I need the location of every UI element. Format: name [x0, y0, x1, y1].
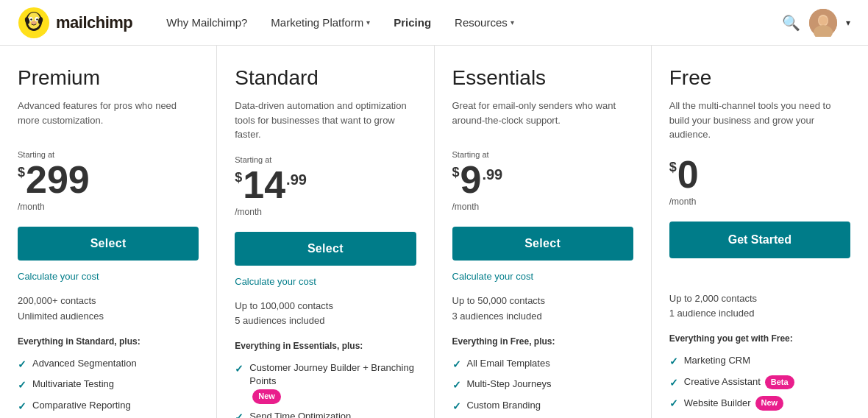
check-icon: ✓: [669, 355, 678, 369]
plan-essentials-contacts: Up to 50,000 contacts 3 audiences includ…: [452, 294, 633, 325]
check-icon: ✓: [669, 376, 678, 391]
list-item: ✓ Marketing CRM: [669, 351, 850, 372]
navbar: mailchimp Why Mailchimp? Marketing Platf…: [0, 0, 868, 46]
plan-premium: Premium Advanced features for pros who n…: [0, 46, 217, 418]
plan-standard-features: ✓ Customer Journey Builder + Branching P…: [235, 358, 416, 418]
feature-text: Multivariate Testing: [32, 378, 114, 391]
plan-free-name: Free: [669, 66, 850, 90]
list-item: ✓ Customer Journey Builder + Branching P…: [235, 358, 416, 407]
mailchimp-logo-icon: [18, 7, 50, 39]
plan-free: Free All the multi-channel tools you nee…: [652, 46, 868, 418]
plan-standard-price: $ 14 .99: [235, 166, 416, 204]
beta-badge: Beta: [765, 375, 794, 389]
plan-essentials-desc: Great for email-only senders who want ar…: [452, 99, 633, 137]
plan-premium-desc: Advanced features for pros who need more…: [18, 99, 199, 137]
list-item: ✓ Creative Assistant Beta: [669, 372, 850, 394]
plan-standard-price-label: Starting at: [235, 155, 416, 164]
plan-premium-period: /month: [18, 202, 199, 212]
list-item: ✓ Multivariate Testing: [18, 375, 199, 396]
account-chevron-icon[interactable]: ▾: [846, 18, 850, 28]
nav-links: Why Mailchimp? Marketing Platform ▾ Pric…: [156, 10, 782, 35]
check-icon: ✓: [18, 400, 26, 414]
plan-essentials-period: /month: [452, 202, 633, 212]
plan-premium-calc-link[interactable]: Calculate your cost: [18, 271, 199, 282]
nav-why-mailchimp[interactable]: Why Mailchimp?: [156, 10, 257, 35]
plan-standard-dollar: $: [235, 170, 242, 185]
new-badge: New: [755, 396, 784, 410]
feature-text: All Email Templates: [467, 357, 550, 370]
plan-free-dollar: $: [669, 160, 677, 175]
user-avatar-icon: [809, 9, 837, 37]
check-icon: ✓: [669, 397, 678, 411]
plan-premium-features-title: Everything in Standard, plus:: [18, 336, 199, 347]
check-icon: ✓: [235, 362, 243, 377]
nav-right: 🔍 ▾: [782, 9, 850, 37]
plan-free-features-title: Everything you get with Free:: [669, 333, 850, 344]
list-item: ✓ Website Builder New: [669, 393, 850, 414]
list-item: ✓ Advanced Segmentation: [18, 354, 199, 375]
check-icon: ✓: [18, 358, 26, 372]
plan-essentials-calc-link[interactable]: Calculate your cost: [452, 271, 633, 282]
nav-marketing-platform[interactable]: Marketing Platform ▾: [260, 10, 380, 35]
nav-pricing[interactable]: Pricing: [383, 10, 441, 35]
plan-essentials-select-button[interactable]: Select: [452, 227, 633, 261]
feature-text: Comparative Reporting: [32, 399, 131, 412]
chevron-down-icon: ▾: [366, 18, 370, 26]
plan-premium-price: $ 299: [18, 160, 199, 199]
list-item: ✓ Send Time Optimization: [235, 407, 416, 418]
check-icon: ✓: [452, 400, 461, 414]
plan-free-amount: 0: [677, 155, 699, 194]
plan-free-price: $ 0: [669, 155, 850, 194]
check-icon: ✓: [452, 358, 461, 372]
plan-standard-cents: .99: [286, 171, 307, 188]
chevron-down-icon: ▾: [511, 18, 514, 26]
list-item: ✓ All Email Templates: [452, 354, 633, 375]
logo-text: mailchimp: [56, 13, 132, 32]
check-icon: ✓: [235, 411, 243, 418]
feature-text: Customer Journey Builder + Branching Poi…: [249, 361, 416, 404]
plan-standard-desc: Data-driven automation and optimization …: [235, 99, 416, 142]
search-icon[interactable]: 🔍: [782, 14, 800, 32]
plan-premium-select-button[interactable]: Select: [18, 227, 199, 261]
list-item: ✓ Multi-Step Journeys: [452, 375, 633, 396]
plan-essentials-price: $ 9 .99: [452, 160, 633, 199]
plan-free-get-started-button[interactable]: Get Started: [669, 222, 850, 258]
new-badge: New: [252, 389, 281, 403]
plan-essentials-features: ✓ All Email Templates ✓ Multi-Step Journ…: [452, 354, 633, 418]
plan-standard-amount: 14: [243, 166, 285, 204]
plan-standard-period: /month: [235, 207, 416, 217]
logo[interactable]: mailchimp: [18, 7, 132, 39]
plan-standard: Standard Data-driven automation and opti…: [217, 46, 434, 418]
svg-point-6: [36, 18, 38, 20]
feature-text: Send Time Optimization: [249, 410, 351, 418]
plan-premium-features: ✓ Advanced Segmentation ✓ Multivariate T…: [18, 354, 199, 418]
list-item: ✓ Mailchimp Domain: [669, 414, 850, 418]
list-item: ✓ Custom Branding: [452, 396, 633, 417]
svg-point-13: [819, 16, 828, 25]
plan-free-contacts: Up to 2,000 contacts 1 audience included: [669, 291, 850, 322]
nav-resources[interactable]: Resources ▾: [444, 10, 524, 35]
svg-point-5: [30, 18, 32, 20]
check-icon: ✓: [18, 378, 26, 393]
feature-text: Advanced Segmentation: [32, 357, 137, 370]
feature-text: Custom Branding: [467, 399, 541, 412]
plan-standard-select-button[interactable]: Select: [235, 232, 416, 266]
plan-essentials-dollar: $: [452, 165, 460, 180]
feature-text: Marketing CRM: [684, 354, 750, 367]
avatar[interactable]: [809, 9, 837, 37]
plan-premium-name: Premium: [18, 66, 199, 90]
plan-essentials-cents: .99: [482, 166, 502, 183]
list-item: ✓ Comparative Reporting: [18, 396, 199, 417]
pricing-container: Premium Advanced features for pros who n…: [0, 46, 868, 418]
feature-text: Multi-Step Journeys: [467, 378, 552, 391]
plan-standard-features-title: Everything in Essentials, plus:: [235, 341, 416, 351]
plan-premium-contacts: 200,000+ contacts Unlimited audiences: [18, 294, 199, 325]
feature-text: Website Builder New: [684, 396, 783, 410]
plan-standard-calc-link[interactable]: Calculate your cost: [235, 276, 416, 287]
feature-text: Creative Assistant Beta: [684, 375, 794, 389]
plan-essentials-features-title: Everything in Free, plus:: [452, 336, 633, 347]
plan-essentials: Essentials Great for email-only senders …: [435, 46, 652, 418]
plan-essentials-name: Essentials: [452, 66, 633, 90]
plan-free-features: ✓ Marketing CRM ✓ Creative Assistant Bet…: [669, 351, 850, 418]
check-icon: ✓: [452, 378, 461, 393]
